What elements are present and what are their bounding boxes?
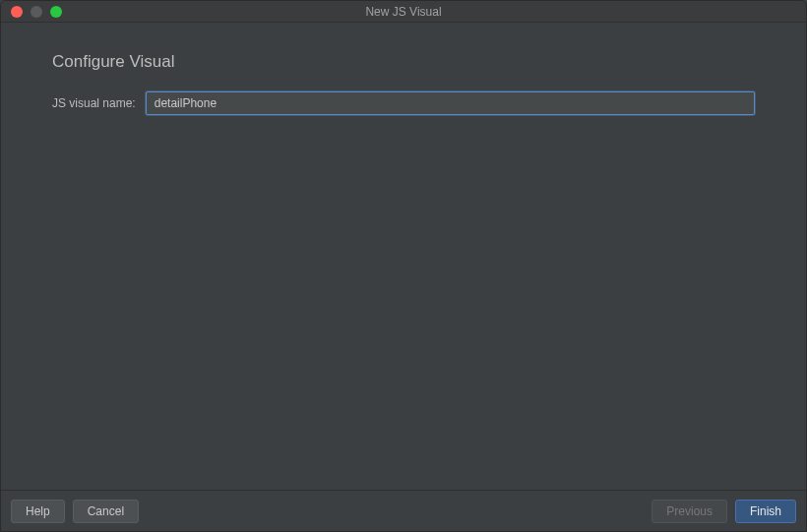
dialog-window: New JS Visual Configure Visual JS visual… xyxy=(0,0,807,532)
zoom-icon[interactable] xyxy=(50,6,62,18)
window-controls xyxy=(11,6,62,18)
previous-button: Previous xyxy=(652,500,727,523)
dialog-footer: Help Cancel Previous Finish xyxy=(1,490,806,531)
finish-button[interactable]: Finish xyxy=(735,500,796,523)
close-icon[interactable] xyxy=(11,6,23,18)
cancel-button[interactable]: Cancel xyxy=(73,500,139,523)
form-row-name: JS visual name: xyxy=(52,91,755,115)
name-label: JS visual name: xyxy=(52,96,136,110)
window-title: New JS Visual xyxy=(1,5,806,19)
help-button[interactable]: Help xyxy=(11,500,65,523)
dialog-content: Configure Visual JS visual name: xyxy=(1,23,806,490)
titlebar: New JS Visual xyxy=(1,1,806,23)
visual-name-input[interactable] xyxy=(146,91,755,115)
page-heading: Configure Visual xyxy=(52,52,755,72)
minimize-icon xyxy=(31,6,42,18)
